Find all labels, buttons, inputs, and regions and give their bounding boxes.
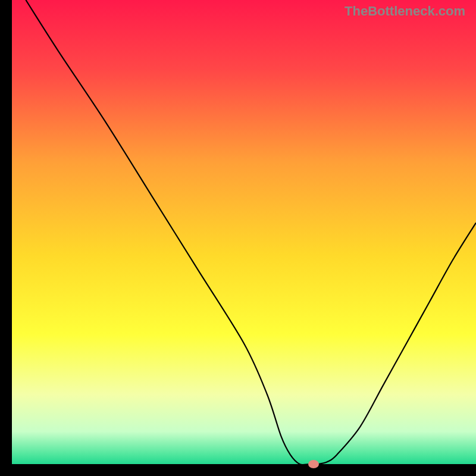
plot-background — [12, 0, 476, 464]
chart-svg — [0, 0, 476, 476]
bottleneck-chart: TheBottleneck.com — [0, 0, 476, 476]
optimal-point-marker — [308, 460, 319, 468]
watermark-text: TheBottleneck.com — [345, 4, 465, 19]
